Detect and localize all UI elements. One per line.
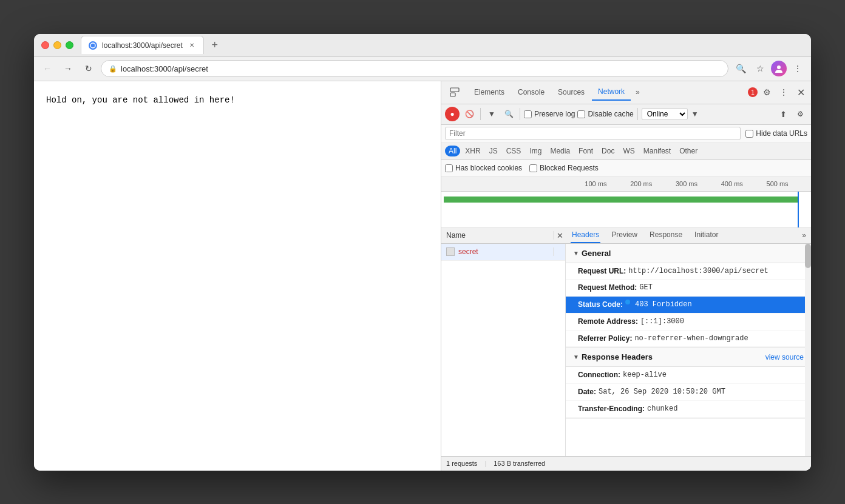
disable-cache-checkbox[interactable] <box>577 110 585 118</box>
settings-button[interactable]: ⚙ <box>793 107 807 121</box>
request-url-key: Request URL: <box>578 266 626 277</box>
detail-tabs: Headers Preview Response Initiator » <box>566 227 811 243</box>
traffic-lights <box>41 41 73 49</box>
address-bar: ← → ↻ 🔒 localhost:3000/api/secret 🔍 ☆ ⋮ <box>34 57 811 81</box>
zoom-button[interactable]: 🔍 <box>732 60 749 77</box>
type-filter-img[interactable]: Img <box>526 146 545 156</box>
devtools-more-button[interactable]: ⋮ <box>776 84 792 100</box>
request-url-value: http://localhost:3000/api/secret <box>628 266 768 277</box>
network-table-header: Name ✕ Headers Preview Response Initiato… <box>441 228 811 244</box>
devtools-close-button[interactable]: ✕ <box>793 84 809 100</box>
general-section-title: ▼ General <box>566 244 811 263</box>
transfer-encoding-key: Transfer-Encoding: <box>578 404 645 414</box>
detail-tab-headers[interactable]: Headers <box>571 227 600 243</box>
scrollbar-thumb[interactable] <box>805 244 811 268</box>
devtools-tab-network[interactable]: Network <box>592 84 631 101</box>
blocked-requests-checkbox[interactable] <box>529 164 537 172</box>
general-title: General <box>582 249 611 258</box>
response-headers-title: ▼ Response Headers view source <box>566 348 811 367</box>
record-button[interactable]: ● <box>445 107 460 121</box>
type-filter-ws[interactable]: WS <box>619 146 638 156</box>
active-tab[interactable]: localhost:3000/api/secret ✕ <box>81 36 204 54</box>
browser-window: localhost:3000/api/secret ✕ + ← → ↻ 🔒 lo… <box>34 34 811 471</box>
type-filter-all[interactable]: All <box>445 146 460 156</box>
has-blocked-cookies-group: Has blocked cookies <box>445 164 522 172</box>
detail-tab-response[interactable]: Response <box>648 227 684 243</box>
tab-bar: localhost:3000/api/secret ✕ + <box>81 36 804 54</box>
svg-point-1 <box>777 66 781 69</box>
network-row-secret[interactable]: secret <box>441 244 565 261</box>
detail-tab-initiator[interactable]: Initiator <box>693 227 719 243</box>
devtools-tab-console[interactable]: Console <box>512 84 551 100</box>
close-button[interactable] <box>41 41 49 49</box>
status-code-key: Status Code: <box>578 300 623 310</box>
network-throttle-select[interactable]: Online Fast 3G Slow 3G Offline <box>642 108 688 120</box>
request-name-col: secret <box>441 247 554 256</box>
minimize-button[interactable] <box>53 41 61 49</box>
has-blocked-cookies-label: Has blocked cookies <box>455 164 522 172</box>
network-content: secret ▼ General Request URL: h <box>441 244 811 456</box>
type-filter-css[interactable]: CSS <box>503 146 525 156</box>
response-headers-title-left: ▼ Response Headers <box>573 352 653 361</box>
disable-cache-label: Disable cache <box>588 110 633 118</box>
tab-title: localhost:3000/api/secret <box>102 41 183 50</box>
url-bar[interactable]: 🔒 localhost:3000/api/secret <box>101 60 728 77</box>
date-row: Date: Sat, 26 Sep 2020 10:50:20 GMT <box>566 384 811 401</box>
devtools-tab-elements[interactable] <box>444 84 467 101</box>
scrollbar-track[interactable] <box>805 244 811 456</box>
type-filter-doc[interactable]: Doc <box>598 146 618 156</box>
main-area: Hold on, you are not allowed in here! El… <box>34 81 811 471</box>
devtools-settings-button[interactable]: ⚙ <box>759 84 775 100</box>
remote-address-key: Remote Address: <box>578 317 638 327</box>
connection-row: Connection: keep-alive <box>566 367 811 384</box>
connection-value: keep-alive <box>623 370 667 380</box>
request-count: 1 requests <box>446 460 477 467</box>
tab-close-button[interactable]: ✕ <box>188 41 196 50</box>
reload-button[interactable]: ↻ <box>80 60 97 77</box>
forward-button[interactable]: → <box>59 60 76 77</box>
referrer-policy-value: no-referrer-when-downgrade <box>634 334 748 344</box>
back-button[interactable]: ← <box>39 60 56 77</box>
referrer-policy-key: Referrer Policy: <box>578 334 632 344</box>
toolbar-separator <box>480 108 481 120</box>
hide-data-urls-checkbox[interactable] <box>745 130 753 138</box>
request-method-key: Request Method: <box>578 283 637 293</box>
devtools-tab-more[interactable]: » <box>632 86 643 99</box>
page-content: Hold on, you are not allowed in here! <box>34 81 441 471</box>
search-button[interactable]: 🔍 <box>501 107 516 121</box>
request-method-row: Request Method: GET <box>566 280 811 297</box>
type-filter-media[interactable]: Media <box>546 146 574 156</box>
headers-pane: ▼ General Request URL: http://localhost:… <box>566 244 811 456</box>
block-button[interactable]: 🚫 <box>462 107 477 121</box>
response-headers-section: ▼ Response Headers view source Connectio… <box>566 348 811 418</box>
filter-button[interactable]: ▼ <box>484 107 499 121</box>
error-badge: 1 <box>748 87 758 97</box>
remote-address-row: Remote Address: [::1]:3000 <box>566 314 811 331</box>
transferred-size: 163 B transferred <box>494 460 545 467</box>
preserve-log-checkbox[interactable] <box>524 110 532 118</box>
bookmark-button[interactable]: ☆ <box>752 60 769 77</box>
devtools-tab-elements-label[interactable]: Elements <box>468 84 511 100</box>
devtools-tab-sources[interactable]: Sources <box>552 84 591 100</box>
view-source-link[interactable]: view source <box>765 353 804 361</box>
profile-avatar[interactable] <box>771 61 787 76</box>
file-icon <box>446 247 455 256</box>
request-method-value: GET <box>639 283 653 293</box>
type-filter-manifest[interactable]: Manifest <box>640 146 674 156</box>
filter-input[interactable] <box>445 127 741 140</box>
has-blocked-cookies-checkbox[interactable] <box>445 164 453 172</box>
detail-tab-preview[interactable]: Preview <box>610 227 639 243</box>
close-panel-button[interactable]: ✕ <box>554 231 566 240</box>
detail-tabs-more[interactable]: » <box>802 231 806 240</box>
general-arrow: ▼ <box>573 250 579 257</box>
new-tab-button[interactable]: + <box>206 36 223 53</box>
type-filter-js[interactable]: JS <box>486 146 501 156</box>
type-filter-xhr[interactable]: XHR <box>461 146 484 156</box>
type-filter-font[interactable]: Font <box>575 146 597 156</box>
type-filter-other[interactable]: Other <box>676 146 701 156</box>
menu-button[interactable]: ⋮ <box>789 60 806 77</box>
network-toolbar: ● 🚫 ▼ 🔍 Preserve log Disable cache Onlin… <box>441 104 811 125</box>
request-name: secret <box>458 247 478 256</box>
upload-button[interactable]: ⬆ <box>776 107 790 121</box>
maximize-button[interactable] <box>66 41 73 49</box>
